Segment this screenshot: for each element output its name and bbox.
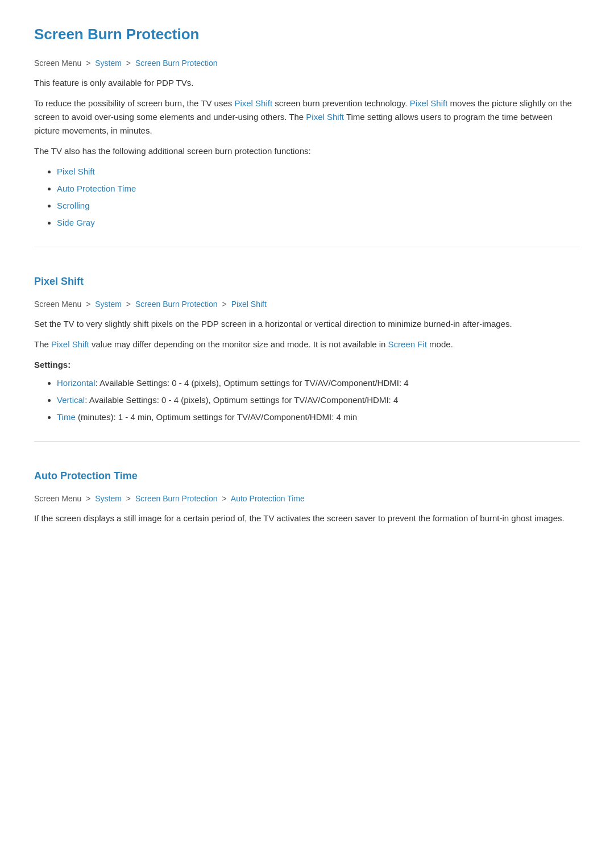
apt-sep3: > [222, 494, 227, 503]
feature-list: Pixel Shift Auto Protection Time Scrolli… [57, 165, 580, 230]
feature-link-auto-protection[interactable]: Auto Protection Time [57, 184, 136, 193]
intro-pixelshift-link-2[interactable]: Pixel Shift [410, 98, 448, 108]
intro-line1: This feature is only available for PDP T… [34, 76, 580, 90]
time-text: (minutes): 1 - 4 min, Optimum settings f… [76, 412, 357, 422]
page-title: Screen Burn Protection [34, 23, 580, 47]
breadcrumb-top: Screen Menu > System > Screen Burn Prote… [34, 57, 580, 69]
breadcrumb-screen-burn[interactable]: Screen Burn Protection [135, 59, 218, 68]
section-title-pixel-shift: Pixel Shift [34, 268, 580, 290]
apt-sep1: > [86, 494, 90, 503]
list-item-pixel-shift: Pixel Shift [57, 165, 580, 178]
settings-label: Settings: [34, 358, 580, 372]
breadcrumb-system[interactable]: System [95, 59, 122, 68]
ps-breadcrumb-current[interactable]: Pixel Shift [231, 300, 267, 309]
ps-breadcrumb-system[interactable]: System [95, 300, 122, 309]
vertical-text: : Available Settings: 0 - 4 (pixels), Op… [85, 395, 398, 405]
breadcrumb-sep1: > [86, 59, 90, 68]
ps-desc2-link1[interactable]: Pixel Shift [51, 339, 89, 349]
feature-link-pixel-shift[interactable]: Pixel Shift [57, 167, 95, 176]
apt-breadcrumb-prefix: Screen Menu [34, 494, 81, 503]
horizontal-text: : Available Settings: 0 - 4 (pixels), Op… [96, 378, 409, 388]
list-item-vertical: Vertical: Available Settings: 0 - 4 (pix… [57, 393, 580, 407]
ps-breadcrumb-screen-burn[interactable]: Screen Burn Protection [135, 300, 218, 309]
divider-1 [34, 247, 580, 247]
breadcrumb-pixel-shift: Screen Menu > System > Screen Burn Prote… [34, 298, 580, 310]
list-item-side-gray: Side Gray [57, 216, 580, 230]
ps-desc2-link2[interactable]: Screen Fit [388, 339, 427, 349]
list-item-auto-protection: Auto Protection Time [57, 182, 580, 196]
ps-desc2-text2: value may differ depending on the monito… [89, 339, 388, 349]
ps-sep3: > [222, 300, 227, 309]
setting-link-time[interactable]: Time [57, 412, 76, 422]
list-item-time: Time (minutes): 1 - 4 min, Optimum setti… [57, 410, 580, 424]
ps-sep2: > [126, 300, 131, 309]
ps-desc2-text1: The [34, 339, 51, 349]
intro-pixelshift-link-3[interactable]: Pixel Shift [306, 112, 344, 122]
divider-2 [34, 441, 580, 442]
breadcrumb-sep2: > [126, 59, 131, 68]
ps-sep1: > [86, 300, 90, 309]
intro-text-1: To reduce the possibility of screen burn… [34, 98, 234, 108]
ps-desc2-text3: mode. [427, 339, 453, 349]
list-item-scrolling: Scrolling [57, 199, 580, 213]
intro-line2: To reduce the possibility of screen burn… [34, 97, 580, 138]
breadcrumb-auto-protection: Screen Menu > System > Screen Burn Prote… [34, 492, 580, 505]
intro-line3: The TV also has the following additional… [34, 144, 580, 158]
setting-link-vertical[interactable]: Vertical [57, 395, 85, 405]
feature-link-scrolling[interactable]: Scrolling [57, 201, 90, 210]
setting-link-horizontal[interactable]: Horizontal [57, 378, 96, 388]
settings-list: Horizontal: Available Settings: 0 - 4 (p… [57, 376, 580, 424]
apt-breadcrumb-screen-burn[interactable]: Screen Burn Protection [135, 494, 218, 503]
intro-text-2: screen burn prevention technology. [272, 98, 410, 108]
apt-breadcrumb-system[interactable]: System [95, 494, 122, 503]
intro-pixelshift-link-1[interactable]: Pixel Shift [234, 98, 272, 108]
ps-breadcrumb-prefix: Screen Menu [34, 300, 81, 309]
ps-desc1: Set the TV to very slightly shift pixels… [34, 317, 580, 331]
ps-desc2: The Pixel Shift value may differ dependi… [34, 338, 580, 351]
section-title-auto-protection: Auto Protection Time [34, 462, 580, 484]
feature-link-side-gray[interactable]: Side Gray [57, 218, 95, 227]
apt-sep2: > [126, 494, 131, 503]
apt-breadcrumb-current[interactable]: Auto Protection Time [231, 494, 305, 503]
apt-desc1: If the screen displays a still image for… [34, 512, 580, 525]
breadcrumb-prefix: Screen Menu [34, 59, 81, 68]
list-item-horizontal: Horizontal: Available Settings: 0 - 4 (p… [57, 376, 580, 390]
